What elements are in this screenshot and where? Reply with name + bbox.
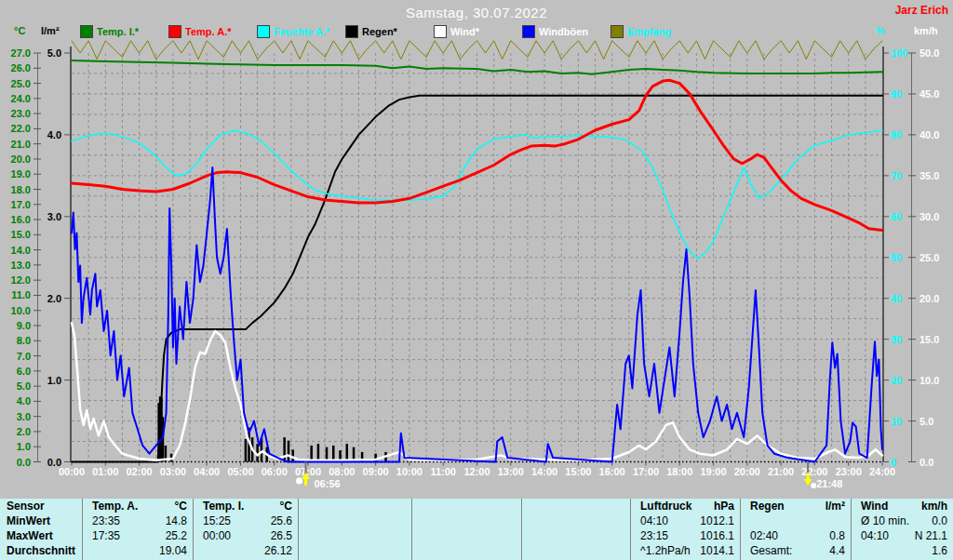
table-cell-value: 26.12 (249, 543, 298, 558)
wind-tick-label: 0.0 (919, 457, 933, 468)
rain-tick-label: 3.0 (47, 211, 61, 222)
x-tick-label: 23:00 (836, 466, 862, 477)
table-cell-time: 04:10 (631, 513, 690, 528)
table-section-empty-2 (298, 499, 411, 560)
table-cell-value (471, 543, 521, 558)
table-cell-value: N 21.1 (906, 528, 953, 543)
legend-item-1: Temp. A.* (168, 25, 257, 38)
rain-tick-label: 2.0 (47, 293, 61, 304)
table-row: Ø 10 min.0.0 (852, 513, 953, 528)
humidity-tick-label: 90 (891, 88, 902, 100)
x-tick-label: 13:00 (498, 466, 524, 477)
rain-tick-label: 1.0 (47, 375, 61, 386)
axis-unit-rain: l/m² (41, 25, 60, 36)
wind-tick-label: 45.0 (919, 88, 939, 100)
table-cell-time (299, 513, 359, 528)
humidity-tick-label: 30 (891, 334, 902, 345)
table-row-label: MaxWert (0, 528, 82, 543)
table-section-header: Regenl/m² (741, 499, 851, 513)
legend-item-2: Feuchte A.* (257, 25, 345, 38)
table-cell-time (412, 513, 471, 528)
table-cell-value (580, 543, 630, 558)
temp-tick-label: 10.0 (11, 305, 31, 316)
legend-swatch (257, 25, 270, 38)
table-section-header: LuftdruckhPa (631, 499, 740, 513)
x-tick-label: 10:00 (396, 466, 423, 477)
table-cell-value: 19.04 (141, 543, 193, 558)
temp-tick-label: 7.0 (17, 351, 31, 362)
table-cell-time: Ø 10 min. (852, 513, 909, 528)
table-cell-time: 00:00 (194, 528, 249, 543)
summary-table: SensorMinWertMaxWertDurchschnittTemp. A.… (0, 499, 953, 560)
x-tick-label: 12:00 (463, 466, 490, 477)
table-row: 19.04 (83, 543, 193, 558)
wind-tick-label: 25.0 (919, 252, 939, 263)
table-row: 26.12 (194, 543, 298, 558)
table-cell-value: 1014.1 (691, 543, 740, 558)
table-section-unit: km/h (906, 499, 953, 513)
temp-tick-label: 11.0 (11, 289, 31, 300)
temp-tick-label: 12.0 (11, 274, 31, 286)
legend-label: Temp. A.* (185, 26, 232, 37)
table-cell-time: Gesamt: (741, 543, 799, 558)
table-section-unit: hPa (691, 499, 740, 513)
table-cell-value: 25.6 (249, 513, 298, 528)
table-row (299, 528, 411, 543)
temp-tick-label: 15.0 (11, 229, 31, 240)
temp-tick-label: 19.0 (11, 168, 31, 180)
table-row: Gesamt:4.4 (741, 543, 851, 558)
table-section-unit (580, 499, 630, 513)
table-row (522, 543, 630, 558)
legend-item-5: Windböen (522, 25, 611, 38)
x-tick-label: 06:00 (262, 466, 288, 477)
wind-tick-label: 20.0 (919, 293, 939, 304)
x-tick-label: 15:00 (565, 466, 591, 477)
temp-tick-label: 4.0 (17, 395, 31, 407)
x-tick-label: 17:00 (633, 466, 659, 477)
table-row: 15:2525.6 (194, 513, 298, 528)
table-section-header: Temp. A.°C (83, 499, 193, 513)
table-row: 02:400.8 (741, 528, 851, 543)
table-row-label: MinWert (0, 513, 82, 528)
table-section-temp-a-: Temp. A.°C23:3514.817:3525.219.04 (82, 499, 193, 560)
x-tick-label: 21:00 (768, 466, 794, 477)
table-cell-time (522, 528, 580, 543)
table-cell-time (741, 513, 799, 528)
table-cell-value (799, 513, 851, 528)
table-section-empty-3 (411, 499, 521, 560)
humidity-tick-label: 60 (891, 211, 902, 222)
table-cell-time (522, 513, 580, 528)
temp-tick-label: 23.0 (11, 108, 31, 119)
x-tick-label: 24:00 (869, 466, 895, 477)
legend-swatch (345, 25, 358, 38)
sun-marker-time: 06:56 (315, 478, 341, 489)
table-row: 23:151016.1 (631, 528, 740, 543)
table-section-name: Regen (741, 499, 799, 513)
temp-tick-label: 5.0 (17, 380, 31, 392)
table-row (412, 543, 521, 558)
x-tick-label: 16:00 (599, 466, 625, 477)
temp-tick-label: 22.0 (11, 123, 31, 134)
legend-item-4: Wind* (434, 25, 522, 38)
x-tick-label: 01:00 (92, 466, 118, 477)
humidity-tick-label: 40 (891, 293, 902, 304)
humidity-tick-label: 80 (891, 129, 902, 140)
table-cell-value (359, 513, 411, 528)
x-tick-label: 19:00 (700, 466, 726, 477)
legend-label: Wind* (450, 26, 479, 37)
table-cell-value: 4.4 (799, 543, 851, 558)
table-cell-time: 23:35 (83, 513, 141, 528)
x-tick-label: 22:00 (801, 466, 827, 477)
sun-marker-time: 21:48 (816, 478, 842, 489)
table-section-temp-i-: Temp. I.°C15:2525.600:0026.526.12 (193, 499, 298, 560)
table-row: 23:3514.8 (83, 513, 193, 528)
table-cell-time: 17:35 (83, 528, 141, 543)
table-cell-value (359, 528, 411, 543)
wind-tick-label: 15.0 (919, 334, 939, 345)
table-row (299, 513, 411, 528)
x-tick-label: 18:00 (666, 466, 692, 477)
table-row (412, 513, 521, 528)
temp-tick-label: 18.0 (11, 184, 31, 195)
rain-tick-label: 4.0 (47, 129, 61, 140)
table-cell-time (299, 528, 359, 543)
